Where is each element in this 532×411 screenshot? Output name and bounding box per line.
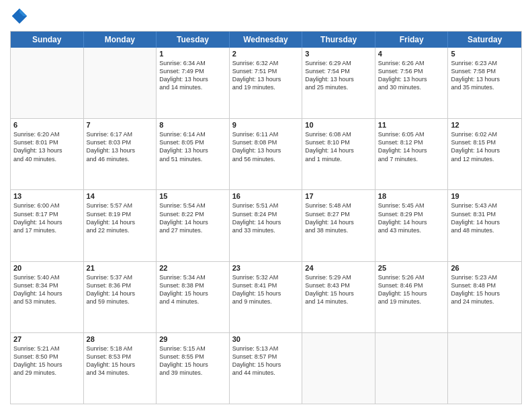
cell-text: Sunrise: 5:54 AM Sunset: 8:22 PM Dayligh… xyxy=(159,201,226,234)
day-number: 29 xyxy=(159,335,226,343)
calendar-cell: 7Sunrise: 6:17 AM Sunset: 8:03 PM Daylig… xyxy=(84,119,157,189)
calendar-cell xyxy=(11,48,84,118)
day-number: 25 xyxy=(378,264,445,272)
calendar-cell: 28Sunrise: 5:18 AM Sunset: 8:53 PM Dayli… xyxy=(84,333,157,404)
day-number: 22 xyxy=(159,264,226,272)
cell-text: Sunrise: 6:23 AM Sunset: 7:58 PM Dayligh… xyxy=(451,59,519,92)
calendar-cell: 21Sunrise: 5:37 AM Sunset: 8:36 PM Dayli… xyxy=(84,262,157,332)
day-number: 1 xyxy=(159,50,226,58)
calendar-cell: 12Sunrise: 6:02 AM Sunset: 8:15 PM Dayli… xyxy=(448,119,521,189)
header-day-tuesday: Tuesday xyxy=(157,32,230,48)
day-number: 21 xyxy=(87,264,154,272)
day-number: 27 xyxy=(13,335,81,343)
calendar: SundayMondayTuesdayWednesdayThursdayFrid… xyxy=(10,31,522,404)
day-number: 26 xyxy=(451,264,519,272)
calendar-body: 1Sunrise: 6:34 AM Sunset: 7:49 PM Daylig… xyxy=(11,48,521,404)
calendar-cell xyxy=(375,333,449,404)
calendar-cell: 17Sunrise: 5:48 AM Sunset: 8:27 PM Dayli… xyxy=(302,190,375,261)
day-number: 30 xyxy=(232,335,300,343)
calendar-cell xyxy=(84,48,157,118)
calendar-cell: 26Sunrise: 5:23 AM Sunset: 8:48 PM Dayli… xyxy=(448,262,521,332)
calendar-row-0: 1Sunrise: 6:34 AM Sunset: 7:49 PM Daylig… xyxy=(11,48,521,118)
day-number: 15 xyxy=(159,192,226,200)
cell-text: Sunrise: 6:34 AM Sunset: 7:49 PM Dayligh… xyxy=(159,59,226,92)
logo xyxy=(10,7,32,26)
header-day-saturday: Saturday xyxy=(448,32,521,48)
day-number: 7 xyxy=(87,121,154,129)
calendar-row-1: 6Sunrise: 6:20 AM Sunset: 8:01 PM Daylig… xyxy=(11,118,521,189)
day-number: 12 xyxy=(451,121,519,129)
cell-text: Sunrise: 6:05 AM Sunset: 8:12 PM Dayligh… xyxy=(378,130,445,163)
calendar-cell: 19Sunrise: 5:43 AM Sunset: 8:31 PM Dayli… xyxy=(448,190,521,261)
cell-text: Sunrise: 5:26 AM Sunset: 8:46 PM Dayligh… xyxy=(378,273,445,306)
cell-text: Sunrise: 5:13 AM Sunset: 8:57 PM Dayligh… xyxy=(232,345,300,377)
day-number: 19 xyxy=(451,192,519,200)
header-day-sunday: Sunday xyxy=(11,32,84,48)
cell-text: Sunrise: 5:48 AM Sunset: 8:27 PM Dayligh… xyxy=(305,201,372,234)
calendar-cell: 25Sunrise: 5:26 AM Sunset: 8:46 PM Dayli… xyxy=(375,262,449,332)
calendar-cell: 4Sunrise: 6:26 AM Sunset: 7:56 PM Daylig… xyxy=(375,48,449,118)
calendar-cell: 24Sunrise: 5:29 AM Sunset: 8:43 PM Dayli… xyxy=(302,262,375,332)
cell-text: Sunrise: 5:23 AM Sunset: 8:48 PM Dayligh… xyxy=(451,273,519,306)
calendar-cell xyxy=(448,333,521,404)
cell-text: Sunrise: 6:32 AM Sunset: 7:51 PM Dayligh… xyxy=(232,59,300,92)
calendar-cell: 13Sunrise: 6:00 AM Sunset: 8:17 PM Dayli… xyxy=(11,190,84,261)
cell-text: Sunrise: 6:29 AM Sunset: 7:54 PM Dayligh… xyxy=(305,59,372,92)
cell-text: Sunrise: 5:43 AM Sunset: 8:31 PM Dayligh… xyxy=(451,201,519,234)
calendar-cell: 27Sunrise: 5:21 AM Sunset: 8:50 PM Dayli… xyxy=(11,333,84,404)
calendar-cell: 22Sunrise: 5:34 AM Sunset: 8:38 PM Dayli… xyxy=(157,262,230,332)
calendar-cell: 6Sunrise: 6:20 AM Sunset: 8:01 PM Daylig… xyxy=(11,119,84,189)
cell-text: Sunrise: 6:26 AM Sunset: 7:56 PM Dayligh… xyxy=(378,59,445,92)
day-number: 13 xyxy=(13,192,81,200)
calendar-cell: 14Sunrise: 5:57 AM Sunset: 8:19 PM Dayli… xyxy=(84,190,157,261)
cell-text: Sunrise: 5:45 AM Sunset: 8:29 PM Dayligh… xyxy=(378,201,445,234)
calendar-cell: 20Sunrise: 5:40 AM Sunset: 8:34 PM Dayli… xyxy=(11,262,84,332)
day-number: 23 xyxy=(232,264,300,272)
cell-text: Sunrise: 6:14 AM Sunset: 8:05 PM Dayligh… xyxy=(159,130,226,163)
calendar-cell: 2Sunrise: 6:32 AM Sunset: 7:51 PM Daylig… xyxy=(230,48,303,118)
calendar-cell: 18Sunrise: 5:45 AM Sunset: 8:29 PM Dayli… xyxy=(375,190,449,261)
calendar-cell: 3Sunrise: 6:29 AM Sunset: 7:54 PM Daylig… xyxy=(302,48,375,118)
logo-icon xyxy=(10,7,29,26)
cell-text: Sunrise: 5:40 AM Sunset: 8:34 PM Dayligh… xyxy=(13,273,81,306)
cell-text: Sunrise: 6:11 AM Sunset: 8:08 PM Dayligh… xyxy=(232,130,300,163)
cell-text: Sunrise: 5:29 AM Sunset: 8:43 PM Dayligh… xyxy=(305,273,372,306)
calendar-cell xyxy=(302,333,375,404)
day-number: 6 xyxy=(13,121,81,129)
day-number: 9 xyxy=(232,121,300,129)
cell-text: Sunrise: 6:02 AM Sunset: 8:15 PM Dayligh… xyxy=(451,130,519,163)
day-number: 10 xyxy=(305,121,372,129)
day-number: 18 xyxy=(378,192,445,200)
cell-text: Sunrise: 5:34 AM Sunset: 8:38 PM Dayligh… xyxy=(159,273,226,306)
day-number: 2 xyxy=(232,50,300,58)
calendar-row-2: 13Sunrise: 6:00 AM Sunset: 8:17 PM Dayli… xyxy=(11,189,521,261)
cell-text: Sunrise: 5:57 AM Sunset: 8:19 PM Dayligh… xyxy=(87,201,154,234)
cell-text: Sunrise: 5:18 AM Sunset: 8:53 PM Dayligh… xyxy=(87,345,154,377)
day-number: 3 xyxy=(305,50,372,58)
page: SundayMondayTuesdayWednesdayThursdayFrid… xyxy=(0,0,532,411)
calendar-cell: 30Sunrise: 5:13 AM Sunset: 8:57 PM Dayli… xyxy=(230,333,303,404)
calendar-cell: 5Sunrise: 6:23 AM Sunset: 7:58 PM Daylig… xyxy=(448,48,521,118)
day-number: 11 xyxy=(378,121,445,129)
header-day-friday: Friday xyxy=(375,32,449,48)
calendar-cell: 10Sunrise: 6:08 AM Sunset: 8:10 PM Dayli… xyxy=(302,119,375,189)
calendar-cell: 15Sunrise: 5:54 AM Sunset: 8:22 PM Dayli… xyxy=(157,190,230,261)
cell-text: Sunrise: 6:20 AM Sunset: 8:01 PM Dayligh… xyxy=(13,130,81,163)
calendar-cell: 11Sunrise: 6:05 AM Sunset: 8:12 PM Dayli… xyxy=(375,119,449,189)
day-number: 14 xyxy=(87,192,154,200)
cell-text: Sunrise: 5:51 AM Sunset: 8:24 PM Dayligh… xyxy=(232,201,300,234)
day-number: 20 xyxy=(13,264,81,272)
day-number: 24 xyxy=(305,264,372,272)
cell-text: Sunrise: 5:21 AM Sunset: 8:50 PM Dayligh… xyxy=(13,345,81,377)
calendar-row-4: 27Sunrise: 5:21 AM Sunset: 8:50 PM Dayli… xyxy=(11,332,521,404)
calendar-cell: 8Sunrise: 6:14 AM Sunset: 8:05 PM Daylig… xyxy=(157,119,230,189)
calendar-row-3: 20Sunrise: 5:40 AM Sunset: 8:34 PM Dayli… xyxy=(11,261,521,332)
cell-text: Sunrise: 5:15 AM Sunset: 8:55 PM Dayligh… xyxy=(159,345,226,377)
header xyxy=(10,7,522,26)
day-number: 17 xyxy=(305,192,372,200)
header-day-monday: Monday xyxy=(84,32,157,48)
header-day-thursday: Thursday xyxy=(302,32,375,48)
calendar-cell: 23Sunrise: 5:32 AM Sunset: 8:41 PM Dayli… xyxy=(230,262,303,332)
day-number: 4 xyxy=(378,50,445,58)
day-number: 8 xyxy=(159,121,226,129)
